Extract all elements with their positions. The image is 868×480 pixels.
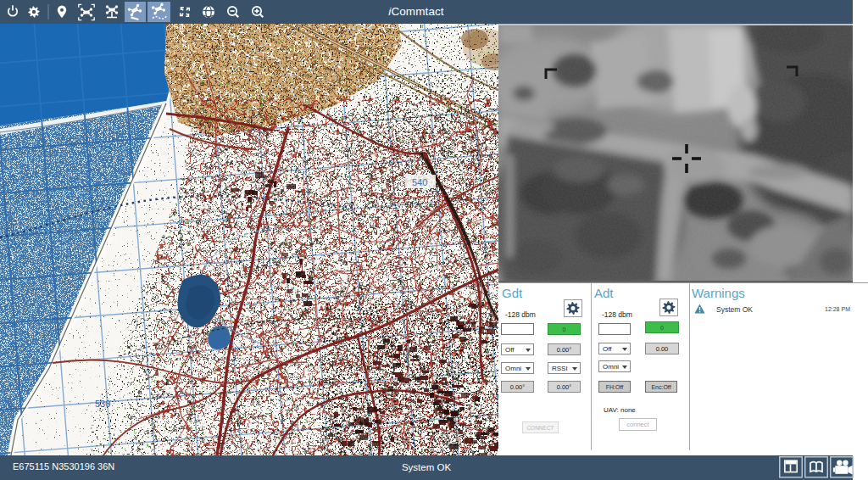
svg-text:540: 540 (412, 177, 427, 187)
svg-text:530: 530 (95, 399, 110, 409)
